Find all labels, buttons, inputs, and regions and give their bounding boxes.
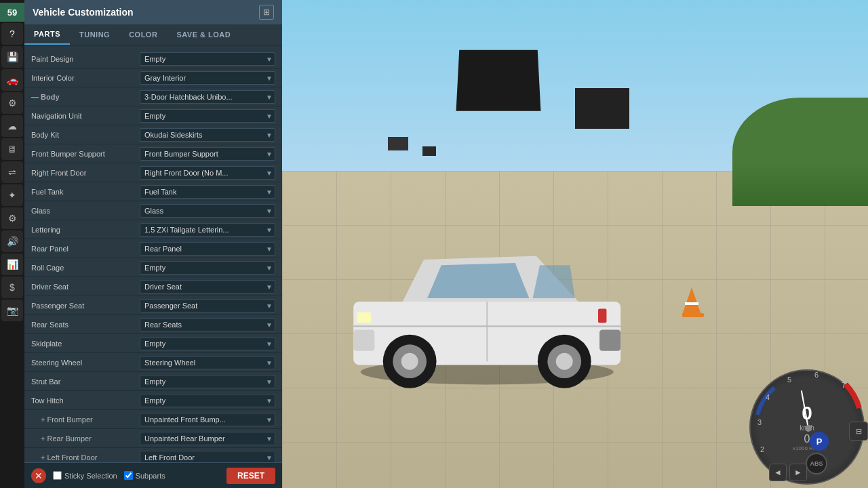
part-value-select-8[interactable]: Glass: [140, 204, 275, 218]
part-row: Fuel TankFuel Tank▼: [24, 182, 282, 201]
part-value-select-9[interactable]: 1.5 ZXi Tailgate Letterin...: [140, 223, 275, 237]
nav-equalizer-btn[interactable]: ⇌: [1, 161, 23, 183]
part-select-wrapper: Unpainted Front Bump...▼: [140, 413, 275, 426]
part-select-wrapper: Unpainted Rear Bumper▼: [140, 432, 275, 445]
cone-stripe: [685, 302, 698, 305]
part-select-wrapper: Right Front Door (No M...▼: [140, 166, 275, 180]
part-select-wrapper: Empty▼: [140, 394, 275, 407]
part-row: Paint DesignEmpty▼: [24, 49, 282, 68]
nav-left-btn[interactable]: ◄: [769, 464, 787, 481]
nav-display-btn[interactable]: 🖥: [1, 138, 23, 160]
part-value-select-12[interactable]: Driver Seat: [140, 280, 275, 293]
part-value-select-6[interactable]: Right Front Door (No M...: [140, 166, 275, 180]
part-label: Paint Design: [31, 55, 140, 63]
part-row: + Rear BumperUnpainted Rear Bumper▼: [24, 429, 282, 448]
part-value-select-16[interactable]: Steering Wheel: [140, 356, 275, 369]
svg-text:4: 4: [766, 393, 770, 401]
part-select-wrapper: Fuel Tank▼: [140, 185, 275, 199]
nav-dollar-btn[interactable]: $: [1, 277, 23, 298]
part-label: Body Kit: [31, 131, 140, 139]
nav-car-btn[interactable]: 🚗: [1, 69, 23, 91]
part-select-wrapper: Empty▼: [140, 261, 275, 274]
nav-settings-btn[interactable]: ⚙: [1, 92, 23, 114]
part-row: Tow HitchEmpty▼: [24, 391, 282, 410]
part-value-select-13[interactable]: Passenger Seat: [140, 299, 275, 312]
part-row: Rear PanelRear Panel▼: [24, 239, 282, 258]
svg-rect-9: [599, 330, 620, 351]
version-badge: 59: [0, 3, 24, 22]
part-value-select-7[interactable]: Fuel Tank: [140, 185, 275, 199]
part-label: Glass: [31, 207, 140, 215]
tab-parts[interactable]: PARTS: [24, 24, 70, 45]
part-value-select-15[interactable]: Empty: [140, 337, 275, 350]
nav-right-btn[interactable]: ►: [789, 464, 807, 481]
nav-save-btn[interactable]: 💾: [1, 46, 23, 68]
part-select-wrapper: Empty▼: [140, 337, 275, 350]
sticky-selection-checkbox[interactable]: [53, 471, 62, 480]
subparts-checkbox[interactable]: [124, 471, 133, 480]
part-select-wrapper: Front Bumper Support▼: [140, 147, 275, 161]
part-select-wrapper: Glass▼: [140, 204, 275, 218]
part-value-select-0[interactable]: Empty: [140, 52, 275, 66]
part-label: Rear Seats: [31, 321, 140, 329]
svg-rect-8: [353, 330, 374, 351]
part-select-wrapper: Empty▼: [140, 109, 275, 123]
part-value-select-18[interactable]: Empty: [140, 394, 275, 407]
part-label: Rear Panel: [31, 245, 140, 253]
nav-volume-btn[interactable]: 🔊: [1, 230, 23, 252]
nav-question-btn[interactable]: ?: [1, 23, 23, 45]
svg-text:3: 3: [757, 418, 762, 426]
part-value-select-17[interactable]: Empty: [140, 375, 275, 388]
svg-point-4: [401, 353, 418, 370]
sticky-selection-label[interactable]: Sticky Selection: [53, 471, 117, 480]
part-value-select-14[interactable]: Rear Seats: [140, 318, 275, 331]
customization-panel: Vehicle Customization ⊞ PARTS TUNING COL…: [24, 0, 282, 488]
part-select-wrapper: Okudai Sideskirts▼: [140, 128, 275, 142]
nav-gear2-btn[interactable]: ⚙: [1, 207, 23, 229]
svg-text:5: 5: [787, 375, 791, 384]
part-value-select-3[interactable]: Empty: [140, 109, 275, 123]
nav-star-btn[interactable]: ✦: [1, 184, 23, 206]
part-row: Driver SeatDriver Seat▼: [24, 277, 282, 296]
part-select-wrapper: Rear Panel▼: [140, 242, 275, 256]
nav-camera-btn[interactable]: 📷: [1, 300, 23, 321]
panel-expand-btn[interactable]: ⊞: [259, 5, 274, 20]
navigation-arrows: ◄ ►: [769, 464, 807, 481]
part-value-select-20[interactable]: Unpainted Rear Bumper: [140, 432, 275, 445]
part-row: Interior ColorGray Interior▼: [24, 68, 282, 87]
tabs-bar: PARTS TUNING COLOR SAVE & LOAD: [24, 24, 282, 45]
display-mode-btn[interactable]: ⊟: [849, 422, 868, 441]
part-select-wrapper: Gray Interior▼: [140, 71, 275, 85]
tab-tuning[interactable]: TUNING: [70, 24, 119, 45]
reset-button[interactable]: RESET: [226, 468, 275, 484]
part-row: Passenger SeatPassenger Seat▼: [24, 296, 282, 315]
part-row: Right Front DoorRight Front Door (No M..…: [24, 163, 282, 182]
subparts-label[interactable]: Subparts: [124, 471, 165, 480]
part-row: Front Bumper SupportFront Bumper Support…: [24, 144, 282, 163]
svg-text:7: 7: [842, 381, 846, 389]
svg-text:2: 2: [760, 445, 764, 453]
body-type-select[interactable]: 3-Door Hatchback Unibo...: [140, 90, 275, 104]
part-label: Driver Seat: [31, 283, 140, 291]
tab-color[interactable]: COLOR: [119, 24, 167, 45]
part-value-select-5[interactable]: Front Bumper Support: [140, 147, 275, 161]
part-value-select-21[interactable]: Left Front Door: [140, 451, 275, 463]
tab-save-load[interactable]: SAVE & LOAD: [167, 24, 240, 45]
part-value-select-10[interactable]: Rear Panel: [140, 242, 275, 256]
part-label: + Rear Bumper: [31, 434, 140, 443]
parking-badge: P: [810, 432, 829, 451]
nav-chart-btn[interactable]: 📊: [1, 253, 23, 275]
cone-body: [682, 287, 701, 314]
part-select-wrapper: Driver Seat▼: [140, 280, 275, 293]
part-value-select-1[interactable]: Gray Interior: [140, 71, 275, 85]
part-value-select-4[interactable]: Okudai Sideskirts: [140, 128, 275, 142]
part-value-select-19[interactable]: Unpainted Front Bump...: [140, 413, 275, 426]
part-label: Skidplate: [31, 340, 140, 348]
close-button[interactable]: ✕: [31, 468, 46, 483]
hill: [732, 98, 868, 206]
part-label: + Left Front Door: [31, 453, 140, 462]
part-select-wrapper: Steering Wheel▼: [140, 356, 275, 369]
part-label: Right Front Door: [31, 169, 140, 177]
nav-cloud-btn[interactable]: ☁: [1, 115, 23, 137]
part-value-select-11[interactable]: Empty: [140, 261, 275, 274]
